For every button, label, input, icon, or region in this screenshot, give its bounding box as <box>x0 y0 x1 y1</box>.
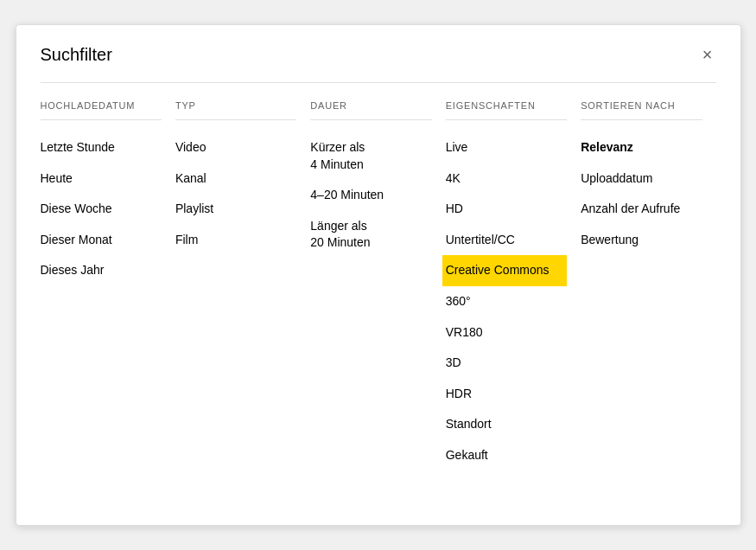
filter-item-typ-1[interactable]: Kanal <box>175 163 296 195</box>
filter-item-dauer-0[interactable]: Kürzer als 4 Minuten <box>310 132 431 180</box>
header-divider <box>41 82 716 83</box>
search-filter-dialog: Suchfilter × HOCHLADEDATUMLetzte StundeH… <box>16 24 741 526</box>
filter-item-hochladedatum-3[interactable]: Dieser Monat <box>41 225 162 256</box>
filter-item-sortieren-2[interactable]: Anzahl der Aufrufe <box>581 194 702 225</box>
filter-item-eigenschaften-3[interactable]: Untertitel/CC <box>446 225 567 256</box>
filter-item-dauer-2[interactable]: Länger als 20 Minuten <box>310 211 431 259</box>
column-header-sortieren: SORTIEREN NACH <box>581 100 702 120</box>
filter-item-eigenschaften-4[interactable]: Creative Commons <box>442 255 567 286</box>
filter-item-eigenschaften-10[interactable]: Gekauft <box>446 440 567 471</box>
filter-item-dauer-1[interactable]: 4–20 Minuten <box>310 180 431 211</box>
column-dauer: DAUERKürzer als 4 Minuten4–20 MinutenLän… <box>310 100 445 471</box>
filter-item-hochladedatum-4[interactable]: Dieses Jahr <box>41 255 162 286</box>
filter-item-hochladedatum-1[interactable]: Heute <box>41 163 162 195</box>
filter-item-eigenschaften-5[interactable]: 360° <box>446 286 567 317</box>
filter-item-eigenschaften-7[interactable]: 3D <box>446 348 567 379</box>
filter-item-eigenschaften-0[interactable]: Live <box>446 132 567 163</box>
column-header-dauer: DAUER <box>310 100 431 120</box>
column-header-hochladedatum: HOCHLADEDATUM <box>41 100 162 120</box>
column-header-typ: TYP <box>175 100 296 120</box>
filter-item-typ-3[interactable]: Film <box>175 225 296 256</box>
filter-item-eigenschaften-9[interactable]: Standort <box>446 409 567 440</box>
filter-item-sortieren-3[interactable]: Bewertung <box>581 225 702 256</box>
dialog-header: Suchfilter × <box>41 42 716 67</box>
filter-item-sortieren-0[interactable]: Relevanz <box>581 132 702 163</box>
filter-columns: HOCHLADEDATUMLetzte StundeHeuteDiese Woc… <box>41 100 716 471</box>
filter-item-eigenschaften-6[interactable]: VR180 <box>446 317 567 349</box>
dialog-title: Suchfilter <box>41 45 112 65</box>
column-eigenschaften: EIGENSCHAFTENLive4KHDUntertitel/CCCreati… <box>446 100 581 471</box>
filter-item-eigenschaften-8[interactable]: HDR <box>446 379 567 410</box>
column-hochladedatum: HOCHLADEDATUMLetzte StundeHeuteDiese Woc… <box>41 100 175 471</box>
filter-item-eigenschaften-1[interactable]: 4K <box>446 163 567 195</box>
column-header-eigenschaften: EIGENSCHAFTEN <box>446 100 567 120</box>
filter-item-typ-2[interactable]: Playlist <box>175 194 296 225</box>
filter-item-hochladedatum-2[interactable]: Diese Woche <box>41 194 162 225</box>
column-sortieren: SORTIEREN NACHRelevanzUploaddatumAnzahl … <box>581 100 715 471</box>
filter-item-typ-0[interactable]: Video <box>175 132 296 163</box>
filter-item-eigenschaften-2[interactable]: HD <box>446 194 567 225</box>
filter-item-sortieren-1[interactable]: Uploaddatum <box>581 163 702 195</box>
filter-item-hochladedatum-0[interactable]: Letzte Stunde <box>41 132 162 163</box>
column-typ: TYPVideoKanalPlaylistFilm <box>175 100 310 471</box>
close-button[interactable]: × <box>699 42 716 67</box>
